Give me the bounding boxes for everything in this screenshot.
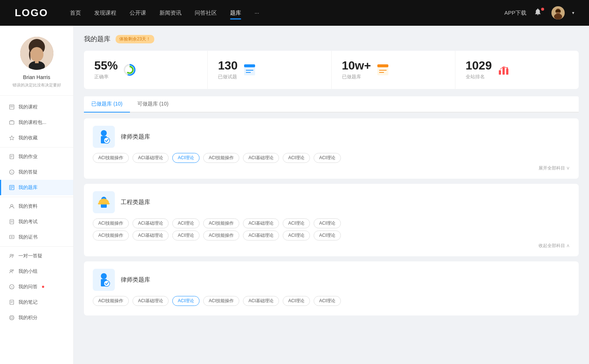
- tag-2-11[interactable]: ACI技能操作: [203, 231, 239, 240]
- tag-3-6[interactable]: ACI理论: [283, 296, 310, 306]
- svg-point-22: [11, 204, 13, 207]
- svg-marker-12: [10, 136, 14, 140]
- menu-favorites[interactable]: 我的收藏: [0, 130, 73, 146]
- tag-1-4[interactable]: ACI技能操作: [203, 153, 239, 163]
- menu-certificate[interactable]: 我的证书: [0, 229, 73, 245]
- tag-1-7[interactable]: ACI理论: [314, 153, 341, 163]
- menu-my-course-label: 我的课程: [18, 104, 38, 110]
- menu-questions[interactable]: ? 我的答疑: [0, 164, 73, 180]
- menu-exam[interactable]: 我的考试: [0, 214, 73, 229]
- tag-2-12[interactable]: ACI基础理论: [243, 231, 279, 240]
- course-icon: [9, 104, 15, 110]
- svg-point-27: [11, 236, 13, 238]
- user-dropdown-arrow[interactable]: ▾: [572, 10, 574, 15]
- nav-open-course[interactable]: 公开课: [130, 10, 146, 17]
- svg-rect-26: [10, 235, 14, 239]
- stat-rank: 1029 全站排名: [455, 51, 579, 89]
- tag-2-8[interactable]: ACI技能操作: [93, 231, 129, 240]
- tag-3-5[interactable]: ACI基础理论: [243, 296, 279, 306]
- sidebar: Brian Harris 错误的决定比没有决定要好 我的课程 我的课程包...: [0, 26, 74, 364]
- expand-link-1[interactable]: 展开全部科目 ∨: [93, 165, 570, 171]
- divider-3: [0, 246, 73, 247]
- menu-question-bank-label: 我的题库: [18, 184, 38, 191]
- tag-2-7[interactable]: ACI理论: [314, 218, 341, 228]
- notification-bell[interactable]: [534, 8, 544, 18]
- tag-3-3[interactable]: ACI理论: [172, 296, 200, 306]
- menu-profile[interactable]: 我的资料: [0, 199, 73, 214]
- tag-2-13[interactable]: ACI理论: [283, 231, 310, 240]
- tag-2-5[interactable]: ACI基础理论: [243, 218, 279, 228]
- profile-avatar: [20, 37, 53, 70]
- tag-2-4[interactable]: ACI技能操作: [203, 218, 239, 228]
- nav-news[interactable]: 新闻资讯: [159, 10, 181, 17]
- tag-1-1[interactable]: ACI技能操作: [93, 153, 129, 163]
- tag-2-6[interactable]: ACI理论: [283, 218, 310, 228]
- star-icon: [9, 135, 15, 141]
- nav-qa[interactable]: 问答社区: [195, 10, 217, 17]
- svg-rect-23: [10, 220, 14, 224]
- svg-rect-34: [10, 300, 14, 304]
- svg-point-31: [12, 270, 14, 271]
- tag-3-4[interactable]: ACI技能操作: [203, 296, 239, 306]
- svg-point-41: [126, 67, 133, 73]
- menu-notes[interactable]: 我的笔记: [0, 295, 73, 310]
- tag-2-9[interactable]: ACI基础理论: [133, 231, 169, 240]
- lawyer-icon-2: [93, 269, 115, 291]
- menu-course-pack[interactable]: 我的课程包...: [0, 115, 73, 130]
- app-download-link[interactable]: APP下载: [504, 10, 526, 17]
- tag-3-7[interactable]: ACI理论: [314, 296, 341, 306]
- tag-1-6[interactable]: ACI理论: [283, 153, 310, 163]
- avatar-image: [551, 6, 565, 19]
- tag-2-14[interactable]: ACI理论: [314, 231, 341, 240]
- svg-point-30: [10, 270, 12, 272]
- course-pack-icon: [9, 119, 15, 125]
- svg-rect-13: [10, 154, 14, 159]
- qa-notification-dot: [42, 286, 44, 288]
- group-icon: [9, 268, 15, 274]
- avatar-face: [20, 37, 53, 70]
- tab-available[interactable]: 可做题库 (10): [130, 96, 176, 112]
- tag-2-2[interactable]: ACI基础理论: [133, 218, 169, 228]
- menu-tutor[interactable]: 一对一答疑: [0, 248, 73, 264]
- menu-my-qa[interactable]: ? 我的问答: [0, 279, 73, 295]
- svg-point-29: [12, 254, 14, 256]
- notes-icon: [9, 299, 15, 305]
- engineer-icon: [93, 191, 115, 213]
- menu-group-label: 我的小组: [18, 268, 38, 275]
- menu-group[interactable]: 我的小组: [0, 264, 73, 279]
- tag-2-1[interactable]: ACI技能操作: [93, 218, 129, 228]
- menu-question-bank[interactable]: 我的题库: [0, 180, 73, 195]
- tab-done[interactable]: 已做题库 (10): [84, 96, 130, 112]
- nav-more[interactable]: ···: [254, 10, 259, 17]
- nav-links: 首页 发现课程 公开课 新闻资讯 问答社区 题库 ···: [70, 10, 504, 17]
- sidebar-menu: 我的课程 我的课程包... 我的收藏 我的作业: [0, 96, 73, 329]
- svg-point-28: [10, 254, 12, 256]
- expand-link-2[interactable]: 收起全部科目 ∧: [93, 243, 570, 249]
- tag-2-10[interactable]: ACI理论: [172, 231, 200, 240]
- svg-point-62: [104, 281, 110, 286]
- tag-1-5[interactable]: ACI基础理论: [243, 153, 279, 163]
- tag-3-1[interactable]: ACI技能操作: [93, 296, 129, 306]
- nav-home[interactable]: 首页: [70, 10, 81, 17]
- bank-section-1-header: 律师类题库: [93, 126, 570, 148]
- tag-1-2[interactable]: ACI基础理论: [133, 153, 169, 163]
- menu-homework[interactable]: 我的作业: [0, 149, 73, 164]
- tag-2-3[interactable]: ACI理论: [172, 218, 200, 228]
- menu-my-course[interactable]: 我的课程: [0, 99, 73, 115]
- svg-rect-59: [98, 203, 110, 204]
- stat-accuracy-number: 55%: [94, 60, 118, 71]
- bank-section-engineering: 工程类题库 ACI技能操作 ACI基础理论 ACI理论 ACI技能操作 ACI基…: [84, 184, 579, 256]
- stat-banks-done: 10w+ 已做题库: [332, 51, 455, 89]
- menu-notes-label: 我的笔记: [18, 299, 38, 306]
- stat-questions-label: 已做试题: [218, 74, 237, 80]
- navbar: LOGO 首页 发现课程 公开课 新闻资讯 问答社区 题库 ··· APP下载: [0, 0, 589, 26]
- nav-discover[interactable]: 发现课程: [94, 10, 116, 17]
- menu-points[interactable]: 我的积分: [0, 310, 73, 325]
- user-avatar[interactable]: [551, 6, 565, 19]
- bank-section-2-tags-row2: ACI技能操作 ACI基础理论 ACI理论 ACI技能操作 ACI基础理论 AC…: [93, 231, 570, 240]
- tag-1-3[interactable]: ACI理论: [172, 153, 200, 163]
- questions-list-icon: [243, 63, 256, 76]
- menu-exam-label: 我的考试: [18, 218, 38, 225]
- tag-3-2[interactable]: ACI基础理论: [133, 296, 169, 306]
- nav-question-bank[interactable]: 题库: [230, 10, 241, 17]
